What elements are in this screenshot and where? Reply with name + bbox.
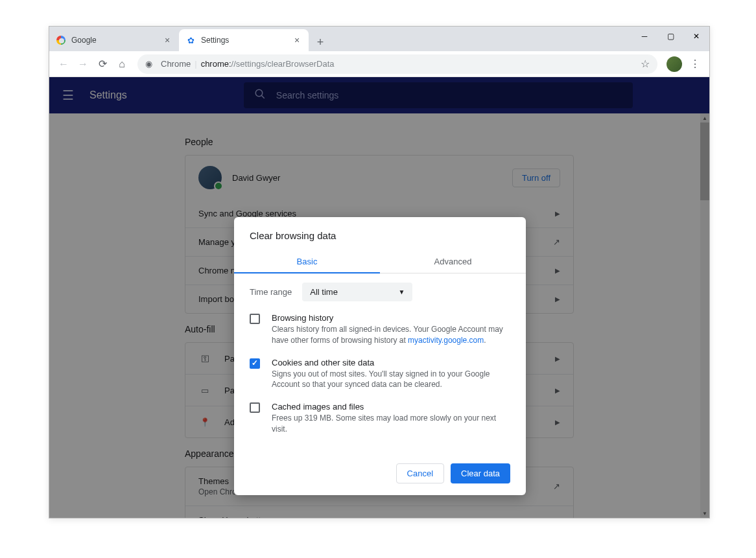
profile-avatar-button[interactable] [667, 56, 682, 72]
bookmark-star-icon[interactable]: ☆ [641, 58, 650, 70]
time-range-select[interactable]: All time ▼ [302, 283, 412, 301]
tab-title-2: Settings [201, 36, 292, 45]
dialog-footer: Cancel Clear data [234, 456, 526, 495]
close-window-button[interactable]: ✕ [683, 27, 709, 46]
tab-settings[interactable]: ✿ Settings × [179, 29, 309, 51]
url-rest: //settings/clearBrowserData [231, 59, 335, 69]
time-range-row: Time range All time ▼ [250, 283, 510, 301]
history-desc: Clears history from all signed-in device… [272, 324, 510, 346]
browser-window: Google × ✿ Settings × + ─ ▢ ✕ ← → ⟳ ⌂ ◉ … [49, 26, 710, 518]
tab-strip: Google × ✿ Settings × + ─ ▢ ✕ [49, 27, 709, 51]
item-browsing-history: Browsing history Clears history from all… [250, 313, 510, 346]
cache-title: Cached images and files [272, 402, 510, 412]
tab-title-1: Google [71, 36, 162, 45]
cache-desc: Frees up 319 MB. Some sites may load mor… [272, 413, 510, 435]
dialog-body: Time range All time ▼ Browsing history C… [234, 273, 526, 456]
settings-favicon-icon: ✿ [185, 35, 196, 45]
omnibox[interactable]: ◉ Chrome | chrome://settings/clearBrowse… [137, 54, 657, 74]
close-tab-icon[interactable]: × [162, 35, 172, 45]
home-button[interactable]: ⌂ [113, 55, 131, 73]
myactivity-link[interactable]: myactivity.google.com [408, 336, 484, 345]
window-controls: ─ ▢ ✕ [632, 27, 709, 46]
url-bold: chrome: [201, 59, 231, 69]
checkbox-cookies[interactable] [250, 358, 260, 369]
dropdown-arrow-icon: ▼ [398, 288, 405, 296]
time-range-label: Time range [250, 287, 292, 297]
forward-button[interactable]: → [74, 55, 92, 73]
tab-google[interactable]: Google × [49, 29, 179, 51]
new-tab-button[interactable]: + [311, 33, 329, 51]
history-title: Browsing history [272, 313, 510, 323]
checkbox-cache[interactable] [250, 402, 260, 413]
clear-data-button[interactable]: Clear data [451, 463, 510, 483]
google-favicon-icon [56, 35, 66, 45]
cancel-button[interactable]: Cancel [396, 463, 444, 483]
item-cookies: Cookies and other site data Signs you ou… [250, 358, 510, 391]
time-range-value: All time [310, 287, 338, 297]
close-tab-icon[interactable]: × [292, 35, 302, 45]
tab-advanced[interactable]: Advanced [380, 250, 526, 273]
item-cache: Cached images and files Frees up 319 MB.… [250, 402, 510, 435]
chrome-icon: ◉ [145, 59, 156, 69]
tab-basic[interactable]: Basic [234, 250, 380, 273]
content-area: ☰ Settings Search settings People David … [49, 77, 709, 518]
url-scheme-label: Chrome [161, 59, 191, 69]
checkbox-history[interactable] [250, 314, 260, 324]
dialog-tabs: Basic Advanced [234, 250, 526, 273]
toolbar: ← → ⟳ ⌂ ◉ Chrome | chrome://settings/cle… [49, 51, 709, 77]
back-button[interactable]: ← [54, 55, 73, 73]
menu-button[interactable]: ⋮ [686, 55, 704, 73]
cookies-desc: Signs you out of most sites. You'll stay… [272, 369, 510, 391]
clear-browsing-data-dialog: Clear browsing data Basic Advanced Time … [234, 217, 526, 495]
cookies-title: Cookies and other site data [272, 358, 510, 367]
minimize-button[interactable]: ─ [632, 27, 657, 46]
maximize-button[interactable]: ▢ [657, 27, 683, 46]
dialog-title: Clear browsing data [234, 217, 526, 250]
reload-button[interactable]: ⟳ [93, 55, 112, 73]
